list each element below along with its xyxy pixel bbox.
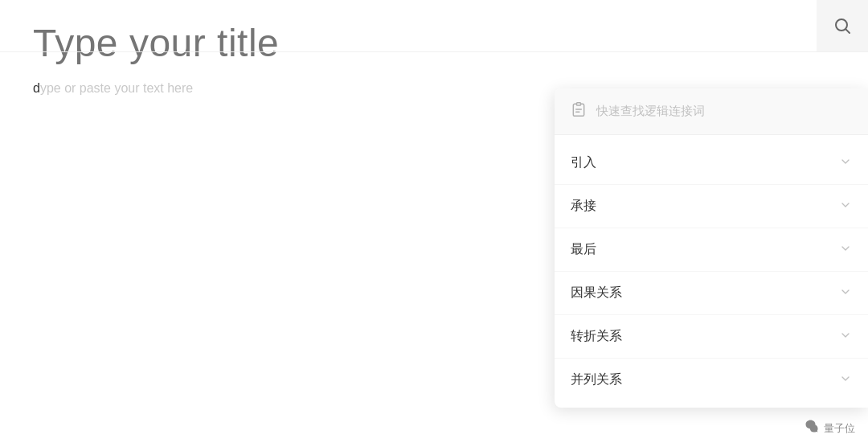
category-label: 最后 <box>571 241 596 258</box>
main-editor: d ype or paste your text here 快速查找逻辑连接词 … <box>0 0 868 447</box>
clipboard-icon <box>571 101 587 121</box>
chevron-down-icon <box>839 329 852 344</box>
title-input[interactable] <box>33 21 515 65</box>
category-label: 并列关系 <box>571 371 622 388</box>
cursor-char: d <box>33 81 40 96</box>
svg-point-0 <box>836 19 847 31</box>
categories-list: 引入承接最后因果关系转折关系并列关系 <box>555 135 868 408</box>
watermark: 量子位 <box>805 419 855 437</box>
svg-rect-2 <box>577 103 581 105</box>
chevron-down-icon <box>839 199 852 214</box>
category-label: 因果关系 <box>571 285 622 301</box>
title-area <box>0 0 868 73</box>
watermark-text: 量子位 <box>824 421 855 436</box>
category-item-contrast[interactable]: 转折关系 <box>555 315 868 359</box>
category-item-continue[interactable]: 承接 <box>555 185 868 228</box>
dropdown-panel: 快速查找逻辑连接词 引入承接最后因果关系转折关系并列关系 <box>555 88 868 408</box>
divider-line <box>0 51 868 52</box>
category-item-cause_effect[interactable]: 因果关系 <box>555 272 868 315</box>
chevron-down-icon <box>839 155 852 170</box>
chevron-down-icon <box>839 285 852 301</box>
search-hint-text: 快速查找逻辑连接词 <box>596 104 852 119</box>
chevron-down-icon <box>839 242 852 257</box>
category-label: 转折关系 <box>571 328 622 345</box>
category-item-intro[interactable]: 引入 <box>555 141 868 185</box>
svg-line-1 <box>846 30 850 33</box>
category-item-parallel[interactable]: 并列关系 <box>555 359 868 401</box>
chevron-down-icon <box>839 372 852 388</box>
wechat-icon <box>805 419 819 437</box>
body-placeholder: ype or paste your text here <box>40 81 193 96</box>
category-label: 承接 <box>571 198 596 215</box>
search-button[interactable] <box>817 0 868 51</box>
category-label: 引入 <box>571 154 596 171</box>
search-hint-row[interactable]: 快速查找逻辑连接词 <box>555 88 868 135</box>
category-item-finally[interactable]: 最后 <box>555 228 868 272</box>
